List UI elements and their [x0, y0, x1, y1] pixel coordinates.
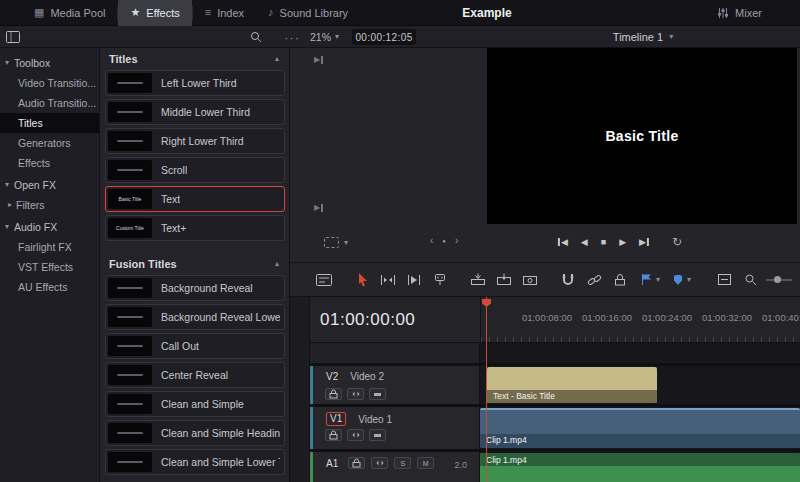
- options-menu-button[interactable]: ···: [284, 26, 300, 48]
- fusion-title-item-call-out[interactable]: Call Out: [105, 333, 285, 359]
- step-back-button[interactable]: ◀: [581, 237, 588, 247]
- track-mute-button[interactable]: M: [417, 457, 434, 469]
- selection-mode-button[interactable]: [352, 270, 372, 290]
- timeline-view-options-button[interactable]: [314, 270, 334, 290]
- stop-button[interactable]: ■: [601, 237, 606, 247]
- video-title-overlay: Basic Title: [605, 128, 678, 144]
- sidebar-item-generators[interactable]: Generators: [0, 133, 99, 153]
- title-item-scroll[interactable]: Scroll: [105, 157, 285, 183]
- go-to-start-button[interactable]: ◀: [558, 237, 568, 247]
- index-button[interactable]: ≡ Index: [193, 0, 256, 26]
- fusion-title-item-clean-and-simple-lower[interactable]: Clean and Simple Lower T...: [105, 449, 285, 475]
- overwrite-clip-button[interactable]: [494, 270, 514, 290]
- media-pool-label: Media Pool: [50, 7, 105, 19]
- track-header-a1[interactable]: A1 S M: [310, 452, 480, 482]
- mixer-button[interactable]: Mixer: [705, 0, 774, 26]
- insert-clip-button[interactable]: [468, 270, 488, 290]
- jog-dot-icon: ●: [442, 238, 446, 244]
- fusion-title-item-center-reveal[interactable]: Center Reveal: [105, 362, 285, 388]
- position-lock-button[interactable]: [610, 270, 630, 290]
- replace-clip-button[interactable]: [520, 270, 540, 290]
- playhead[interactable]: [486, 297, 487, 482]
- zoom-slider[interactable]: [766, 279, 792, 281]
- trim-edit-mode-button[interactable]: [378, 270, 398, 290]
- track-lane-v1[interactable]: Clip 1.mp4: [480, 407, 800, 449]
- track-enable-button[interactable]: [369, 388, 386, 400]
- zoom-full-extent-button[interactable]: [714, 270, 734, 290]
- fusion-title-item-clean-and-simple-heading[interactable]: Clean and Simple Heading...: [105, 420, 285, 446]
- viewer-overlay-mode-button[interactable]: ▾: [324, 237, 348, 248]
- timeline-selector[interactable]: Timeline 1 ▾: [613, 26, 673, 48]
- clip-1-audio[interactable]: Clip 1.mp4: [480, 453, 800, 482]
- flag-clip-button[interactable]: ▾: [640, 273, 660, 286]
- track-auto-select-button[interactable]: [371, 457, 388, 469]
- sidebar-section-audio-fx[interactable]: ▾ Audio FX: [0, 217, 99, 237]
- track-lock-button[interactable]: [325, 388, 342, 400]
- viewer-jump-marker-icon[interactable]: ▶: [314, 203, 323, 212]
- sidebar-item-fairlight-fx[interactable]: Fairlight FX: [0, 237, 99, 257]
- sidebar-section-toolbox[interactable]: ▾ Toolbox: [0, 53, 99, 73]
- loop-button[interactable]: ↻: [672, 235, 682, 249]
- mixer-label: Mixer: [735, 7, 762, 19]
- sidebar-section-open-fx[interactable]: ▾ Open FX: [0, 175, 99, 195]
- media-pool-button[interactable]: ▦ Media Pool: [22, 0, 117, 26]
- effects-button[interactable]: ★ Effects: [118, 0, 191, 26]
- ruler-label: 01:00:32:00: [702, 312, 752, 323]
- track-id-label-destination[interactable]: V1: [326, 412, 346, 426]
- linked-selection-button[interactable]: [584, 270, 604, 290]
- panel-layout-button[interactable]: [6, 26, 20, 48]
- jog-control[interactable]: ‹ ● ›: [430, 235, 458, 246]
- sidebar-item-vst-effects[interactable]: VST Effects: [0, 257, 99, 277]
- track-lock-button[interactable]: [348, 457, 365, 469]
- track-lane-a1[interactable]: Clip 1.mp4: [480, 452, 800, 482]
- go-to-end-button[interactable]: ▶: [639, 237, 649, 247]
- title-item-left-lower-third[interactable]: Left Lower Third: [105, 70, 285, 96]
- play-button[interactable]: ▶: [619, 237, 626, 247]
- sidebar-item-filters[interactable]: ▸ Filters: [0, 195, 99, 215]
- razor-edit-mode-button[interactable]: [430, 270, 450, 290]
- video-frame: Basic Title: [487, 48, 797, 224]
- track-auto-select-button[interactable]: [347, 429, 364, 441]
- track-auto-select-button[interactable]: [347, 388, 364, 400]
- fusion-title-item-background-reveal[interactable]: Background Reveal: [105, 275, 285, 301]
- track-solo-button[interactable]: S: [394, 457, 411, 469]
- sound-library-button[interactable]: ♪ Sound Library: [256, 0, 360, 26]
- title-thumbnail: [108, 336, 152, 356]
- title-item-text-plus[interactable]: Custom Title Text+: [105, 215, 285, 241]
- index-label: Index: [217, 7, 244, 19]
- effects-label: Effects: [146, 7, 179, 19]
- title-item-middle-lower-third[interactable]: Middle Lower Third: [105, 99, 285, 125]
- track-lock-button[interactable]: [325, 429, 342, 441]
- fusion-title-item-clean-and-simple[interactable]: Clean and Simple: [105, 391, 285, 417]
- search-button[interactable]: [250, 26, 262, 48]
- sidebar-item-audio-transitions[interactable]: Audio Transitio...: [0, 93, 99, 113]
- fusion-title-item-background-reveal-lower[interactable]: Background Reveal Lower...: [105, 304, 285, 330]
- title-item-right-lower-third[interactable]: Right Lower Third: [105, 128, 285, 154]
- viewer-zoom-select[interactable]: 21% ▾: [310, 26, 339, 48]
- sidebar-item-titles[interactable]: Titles: [0, 113, 99, 133]
- track-enable-button[interactable]: [369, 429, 386, 441]
- sidebar-item-au-effects[interactable]: AU Effects: [0, 277, 99, 297]
- add-marker-button[interactable]: ▾: [672, 274, 691, 286]
- viewer-jump-marker-icon[interactable]: ▶: [314, 55, 323, 64]
- dynamic-trim-mode-button[interactable]: [404, 270, 424, 290]
- sidebar-item-effects[interactable]: Effects: [0, 153, 99, 173]
- zoom-detail-button[interactable]: [740, 270, 760, 290]
- title-item-text[interactable]: Basic Title Text: [105, 186, 285, 212]
- track-header-v2[interactable]: V2 Video 2: [310, 366, 480, 404]
- snapping-button[interactable]: [558, 270, 578, 290]
- title-label: Clean and Simple Lower T...: [161, 456, 280, 468]
- secondary-toolbar: ··· 21% ▾ 00:00:12:05 Timeline 1 ▾: [0, 26, 800, 48]
- clip-text-basic-title[interactable]: Text - Basic Title: [487, 367, 657, 403]
- zoom-slider-knob[interactable]: [774, 276, 781, 283]
- timeline-ruler[interactable]: 01:00:08:00 01:00:16:00 01:00:24:00 01:0…: [480, 297, 800, 342]
- fusion-titles-section-header[interactable]: Fusion Titles ▴: [100, 253, 289, 275]
- pointer-icon: [356, 272, 369, 287]
- lock-icon: [352, 458, 361, 468]
- sidebar-item-video-transitions[interactable]: Video Transitio...: [0, 73, 99, 93]
- track-lane-v2[interactable]: Text - Basic Title: [480, 366, 800, 404]
- fusion-titles-header-label: Fusion Titles: [109, 258, 177, 270]
- titles-section-header[interactable]: Titles ▴: [100, 48, 289, 70]
- clip-1-video[interactable]: Clip 1.mp4: [480, 408, 800, 448]
- track-header-v1[interactable]: V1 Video 1: [310, 407, 480, 449]
